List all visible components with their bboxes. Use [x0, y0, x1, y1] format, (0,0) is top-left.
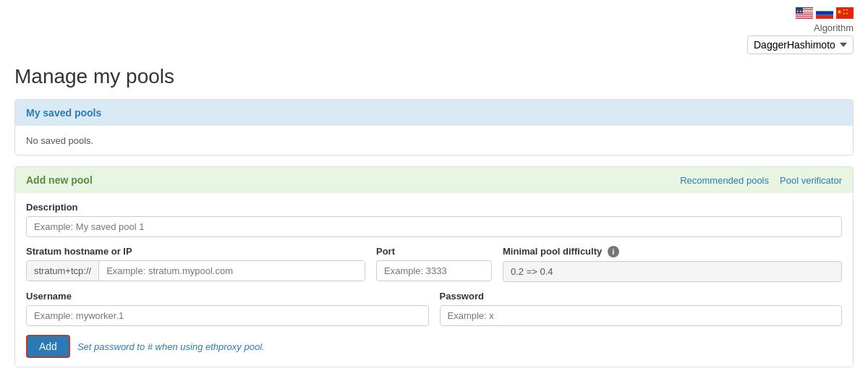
- saved-pools-header-text: My saved pools: [26, 107, 101, 119]
- language-flags: ★★★★★★ ★ ★★ ★★: [796, 7, 854, 19]
- saved-pools-header: My saved pools: [15, 100, 853, 126]
- stratum-label: Stratum hostname or IP: [26, 246, 365, 257]
- stratum-group-col: Stratum hostname or IP stratum+tcp://: [26, 246, 365, 282]
- port-label: Port: [376, 246, 492, 257]
- difficulty-info-icon[interactable]: i: [608, 246, 619, 257]
- svg-text:★★★★★★: ★★★★★★: [796, 9, 813, 13]
- header-links: Recommended pools Pool verificator: [680, 175, 842, 186]
- stratum-hostname-input[interactable]: [99, 261, 365, 281]
- saved-pools-body: No saved pools.: [15, 126, 853, 155]
- svg-text:★★: ★★: [843, 12, 848, 15]
- pool-verificator-link[interactable]: Pool verificator: [780, 175, 842, 186]
- add-pool-section: Add new pool Recommended pools Pool veri…: [14, 166, 854, 367]
- saved-pools-section: My saved pools No saved pools.: [14, 99, 854, 155]
- port-input[interactable]: [376, 260, 492, 281]
- cn-flag[interactable]: ★ ★★ ★★: [836, 7, 854, 19]
- port-col: Port: [376, 246, 492, 282]
- svg-rect-11: [816, 15, 833, 19]
- stratum-prefix: stratum+tcp://: [27, 261, 99, 281]
- difficulty-col: Minimal pool difficulty i: [503, 246, 842, 282]
- description-group: Description: [26, 202, 842, 237]
- page-title: Manage my pools: [14, 65, 854, 88]
- password-input[interactable]: [440, 305, 843, 326]
- algorithm-label: Algorithm: [814, 22, 854, 33]
- svg-rect-4: [796, 14, 813, 14]
- add-pool-header-text: Add new pool: [26, 174, 93, 186]
- credentials-row: Username Password: [26, 291, 842, 326]
- no-pools-text: No saved pools.: [26, 135, 93, 146]
- description-label: Description: [26, 202, 842, 213]
- svg-rect-9: [816, 7, 833, 11]
- stratum-input-group: stratum+tcp://: [26, 260, 365, 281]
- recommended-pools-link[interactable]: Recommended pools: [680, 175, 769, 186]
- add-button-row: Add Set password to # when using ethprox…: [26, 335, 842, 358]
- us-flag[interactable]: ★★★★★★: [796, 7, 813, 19]
- password-col: Password: [440, 291, 843, 326]
- username-label: Username: [26, 291, 429, 302]
- ru-flag[interactable]: [816, 7, 833, 19]
- difficulty-label: Minimal pool difficulty i: [503, 246, 842, 257]
- svg-rect-5: [796, 15, 813, 16]
- add-pool-header: Add new pool Recommended pools Pool veri…: [15, 167, 853, 193]
- svg-rect-10: [816, 11, 833, 14]
- username-col: Username: [26, 291, 429, 326]
- add-pool-body: Description Stratum hostname or IP strat…: [15, 193, 853, 367]
- svg-text:★: ★: [837, 9, 842, 15]
- svg-rect-6: [796, 17, 813, 18]
- stratum-row: Stratum hostname or IP stratum+tcp:// Po…: [26, 246, 842, 282]
- password-label: Password: [440, 291, 843, 302]
- add-button[interactable]: Add: [26, 335, 70, 358]
- algorithm-select[interactable]: DaggerHashimoto Ethash KawPow: [747, 35, 854, 54]
- username-input[interactable]: [26, 305, 429, 326]
- difficulty-input: [503, 261, 842, 282]
- description-input[interactable]: [26, 216, 842, 237]
- hint-text: Set password to # when using ethproxy po…: [77, 341, 265, 352]
